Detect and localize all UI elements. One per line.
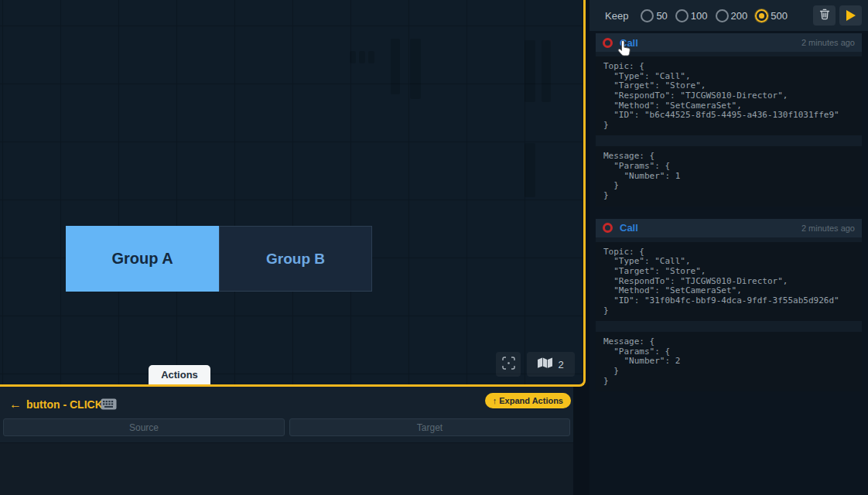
action-editor-body	[0, 442, 573, 495]
action-editor-panel: ← button - CLICK ↑ Expand Actions	[0, 387, 573, 495]
canvas-artifact	[350, 51, 356, 63]
group-a-button[interactable]: Group A	[66, 226, 219, 292]
keep-option-200[interactable]: 200	[716, 9, 748, 22]
keep-label: Keep	[605, 10, 628, 22]
message-card: Call 2 minutes ago Topic: { "Type": "Cal…	[596, 33, 862, 207]
app-window: Group A Group B Actions 2	[0, 0, 868, 495]
radio-icon	[755, 9, 768, 22]
target-input[interactable]	[289, 418, 570, 436]
canvas-artifact	[542, 40, 551, 102]
canvas-artifact	[525, 143, 535, 197]
fit-view-icon	[502, 357, 515, 373]
canvas-artifact	[368, 51, 374, 63]
record-icon	[603, 223, 613, 233]
message-timestamp: 2 minutes ago	[801, 224, 855, 233]
minimap-button[interactable]: 2	[527, 352, 575, 377]
keep-option-label: 500	[771, 10, 788, 22]
message-panel: Keep 50 100 200 500	[589, 0, 868, 495]
keep-option-label: 200	[731, 10, 748, 22]
message-card-header[interactable]: Call 2 minutes ago	[596, 219, 862, 237]
message-timestamp: 2 minutes ago	[801, 38, 855, 47]
group-b-button[interactable]: Group B	[219, 226, 372, 292]
actions-tab[interactable]: Actions	[149, 365, 210, 384]
group-b-label: Group B	[266, 251, 325, 268]
canvas-artifact	[391, 39, 400, 94]
radio-icon	[716, 9, 729, 22]
expand-actions-button[interactable]: ↑ Expand Actions	[485, 393, 571, 408]
trash-icon	[819, 9, 830, 22]
message-card: Call 2 minutes ago Topic: { "Type": "Cal…	[596, 219, 862, 392]
flow-canvas[interactable]: Group A Group B Actions 2	[0, 0, 586, 387]
keyboard-icon	[101, 398, 117, 413]
keep-option-label: 50	[656, 10, 667, 22]
keep-option-50[interactable]: 50	[641, 9, 667, 22]
radio-icon	[675, 9, 689, 22]
radio-icon	[641, 9, 654, 22]
keep-toolbar: Keep 50 100 200 500	[589, 0, 868, 31]
map-icon	[538, 357, 552, 371]
mouse-cursor	[617, 40, 631, 60]
canvas-artifact	[525, 40, 535, 102]
minimap-count: 2	[558, 359, 563, 370]
clear-messages-button[interactable]	[813, 5, 836, 26]
keep-option-100[interactable]: 100	[675, 9, 708, 22]
topic-code-block: Topic: { "Type": "Call", "Target": "Stor…	[596, 56, 862, 135]
fit-view-button[interactable]	[496, 352, 521, 377]
group-a-label: Group A	[111, 250, 173, 268]
message-code-block: Message: { "Params": { "Number": 1 } }	[596, 146, 862, 206]
play-icon	[846, 10, 856, 21]
message-code-block: Message: { "Params": { "Number": 2 } }	[596, 332, 862, 391]
play-button[interactable]	[839, 5, 862, 26]
back-button[interactable]: ←	[9, 398, 22, 411]
actions-tab-label: Actions	[161, 369, 198, 381]
keep-option-500[interactable]: 500	[755, 9, 788, 22]
message-card-header[interactable]: Call 2 minutes ago	[596, 33, 862, 52]
canvas-artifact	[410, 39, 421, 99]
action-title: button - CLICK	[26, 398, 103, 411]
record-icon	[603, 38, 613, 48]
topic-code-block: Topic: { "Type": "Call", "Target": "Stor…	[596, 242, 862, 321]
source-input[interactable]	[3, 418, 285, 436]
message-type-label[interactable]: Call	[620, 222, 638, 234]
keep-option-label: 100	[691, 10, 708, 22]
canvas-artifact	[359, 51, 365, 63]
